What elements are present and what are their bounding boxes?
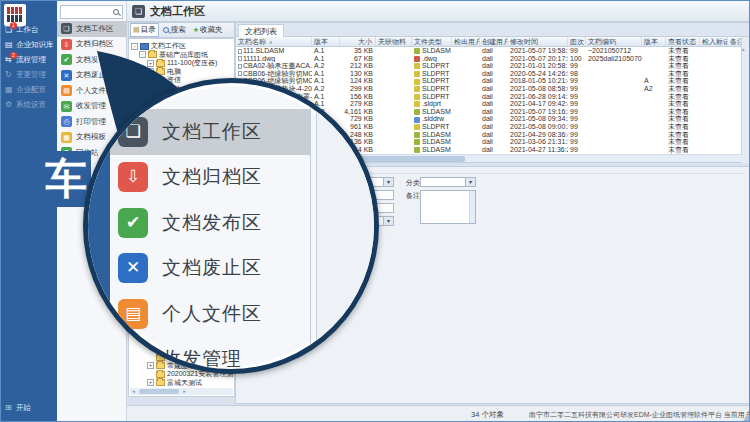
cell-create-user: dali	[480, 55, 508, 63]
expander-icon[interactable]: +	[147, 362, 154, 369]
module-list-item[interactable]: ✔ 文档发布区	[57, 52, 127, 68]
module-search-input[interactable]	[62, 7, 112, 17]
col-checkin-mark[interactable]: 检入标记	[700, 37, 728, 46]
expander-icon[interactable]: +	[147, 68, 154, 75]
expander-icon[interactable]: -	[139, 51, 146, 58]
scrollbar-thumb[interactable]	[139, 389, 179, 394]
col-doc-name[interactable]: 文档名称	[236, 37, 312, 46]
magnifier-callout: ❏ 文档工作区 ⇩ 文档归档区 ✔ 文档发布区 ✕ 文档废止区	[83, 78, 379, 374]
sidebar-nav: ❏ 1 工作台 ▤ 企业知识库 ⇆ 2 流程管理 ↻	[1, 22, 57, 112]
cell-checkin-mark	[700, 138, 728, 146]
cell-remark	[728, 77, 730, 85]
resize-grip-icon[interactable]	[743, 413, 749, 422]
tree-node[interactable]: + 111-100(变压器)	[129, 59, 234, 68]
cell-filetype: SLDPRT	[422, 93, 450, 100]
cell-sheet: 98	[568, 70, 586, 78]
table-row[interactable]: 11111.dwg A.1 67 KB .dwg dali 2021-05-07…	[236, 55, 743, 63]
cell-doc-code	[586, 146, 642, 154]
cell-sheet: 99	[568, 131, 586, 139]
table-row[interactable]: CBK14-绝缘垫块-4-2008(02... A.2 299 KB SLDPR…	[236, 85, 743, 93]
cell-doc-code	[586, 123, 642, 131]
cell-checkout-user	[452, 70, 480, 78]
col-filetype[interactable]: 文件类型	[412, 37, 452, 46]
sidebar-nav-item[interactable]: ▤ 企业知识库	[1, 37, 57, 52]
scroll-right-icon[interactable]: ▸	[181, 388, 188, 395]
tree-node[interactable]: + 电脑	[129, 68, 234, 77]
col-create-user[interactable]: 创建用户	[480, 37, 508, 46]
magnified-module-list: ❏ 文档工作区 ⇩ 文档归档区 ✔ 文档发布区 ✕ 文档废止区	[110, 109, 310, 374]
favorites-tab-button[interactable]: 收藏夹	[190, 23, 226, 37]
doc-publish-icon: ✔	[118, 208, 148, 238]
table-row[interactable]: CBB06-绝缘轴剪切MCM×1.5×1... A.1 130 KB SLDPR…	[236, 70, 743, 78]
col-sheet[interactable]: 图次	[568, 37, 586, 46]
col-material[interactable]: 关联物料	[376, 37, 412, 46]
col-doc-code[interactable]: 文档编码	[586, 37, 642, 46]
expander-icon[interactable]: +	[147, 60, 154, 67]
module-label: 收发管理	[76, 101, 106, 111]
cell-remark	[728, 62, 730, 70]
sidebar-nav-item[interactable]: ⚙ 系统设置	[1, 97, 57, 112]
category-combobox[interactable]	[420, 177, 476, 187]
cell-material	[376, 62, 412, 70]
module-list-item[interactable]: ▤ 个人文件区	[57, 83, 127, 99]
cell-doc-code	[586, 138, 642, 146]
cell-sheet: 99	[568, 138, 586, 146]
col-modified[interactable]: 修改时间	[508, 37, 568, 46]
cell-version2	[642, 70, 666, 78]
note-scrollbar[interactable]	[469, 191, 475, 223]
note-textarea[interactable]	[420, 190, 476, 224]
table-row[interactable]: CBB06-绝缘轴剪切MCM×1.5.SL... A.1 124 KB SLDP…	[236, 77, 743, 85]
sidebar-nav-item[interactable]: ❏ 1 工作台	[1, 22, 57, 37]
cell-checkout-user	[452, 115, 480, 123]
start-button[interactable]: ⊞ 开始	[5, 400, 31, 415]
cell-checkin-mark	[700, 55, 728, 63]
cell-filetype: SLDPRT	[422, 62, 450, 69]
module-label: 文档工作区	[76, 24, 114, 34]
table-row[interactable]: 111.SLDASM A.1 35 KB SLDASM dali 2021-05…	[236, 47, 743, 55]
cell-remark	[728, 100, 730, 108]
catalog-tab-button[interactable]: 目录	[130, 23, 159, 37]
cell-material	[376, 47, 412, 55]
module-list-item[interactable]: ✉ 收发管理	[57, 99, 127, 115]
cell-checkin-mark	[700, 146, 728, 154]
filetype-icon	[414, 139, 420, 145]
module-list-item[interactable]: ✕ 文档废止区	[57, 68, 127, 84]
sidebar-nav-item[interactable]: ▦ 企业配置	[1, 82, 57, 97]
scroll-up-icon[interactable]: ▴	[742, 46, 745, 52]
tab-document-list[interactable]: 文档列表	[238, 24, 284, 37]
cell-doc-code	[586, 77, 642, 85]
search-tab-button[interactable]: 搜索	[160, 23, 189, 37]
folder-icon	[156, 371, 165, 378]
cell-create-user: dali	[480, 70, 508, 78]
sidebar-nav-item[interactable]: ↻ 变更管理	[1, 67, 57, 82]
expander-icon[interactable]: -	[131, 43, 138, 50]
sidebar-nav-label: 工作台	[16, 25, 39, 35]
col-version[interactable]: 版本	[312, 37, 340, 46]
tree-horizontal-scrollbar[interactable]: ◂ ▸	[130, 388, 233, 395]
search-icon[interactable]	[113, 9, 119, 15]
cell-view-status: 未查看	[666, 85, 700, 93]
scroll-left-icon[interactable]: ◂	[130, 388, 137, 395]
table-row[interactable]: CBA02-轴承压盖ACA.SLDPRT A.2 212 KB SLDPRT d…	[236, 62, 743, 70]
col-size[interactable]: 大小	[340, 37, 376, 46]
cell-sheet: 99	[568, 47, 586, 55]
module-search-box[interactable]	[60, 5, 123, 19]
col-view-status[interactable]: 查看状态	[666, 37, 700, 46]
table-row[interactable]: CBR01-探阀道防尘罩-4-5612... A.1 156 KB SLDPRT…	[236, 93, 743, 101]
table-vertical-scrollbar[interactable]: ▴	[741, 37, 749, 163]
cell-version: A.1	[312, 47, 340, 55]
expander-icon[interactable]: +	[147, 379, 154, 386]
module-list-item[interactable]: ⇩ 文档归档区	[57, 37, 127, 53]
cell-version: A.1	[312, 93, 340, 101]
sidebar-nav-item[interactable]: ⇆ 2 流程管理	[1, 52, 57, 67]
col-checkout-user[interactable]: 检出用户	[452, 37, 480, 46]
module-list-item[interactable]: ⎙ 打印管理	[57, 114, 127, 130]
cell-view-status: 未查看	[666, 108, 700, 116]
module-list-item[interactable]: ❏ 文档工作区	[57, 21, 127, 37]
expander-icon[interactable]: +	[147, 77, 154, 84]
cell-modified: 2021-01-01 20:58:12	[508, 62, 568, 70]
cell-material	[376, 100, 412, 108]
col-version2[interactable]: 版本	[642, 37, 666, 46]
expander-icon[interactable]: +	[147, 85, 154, 92]
tree-node[interactable]: + 富城天测试	[129, 379, 234, 388]
